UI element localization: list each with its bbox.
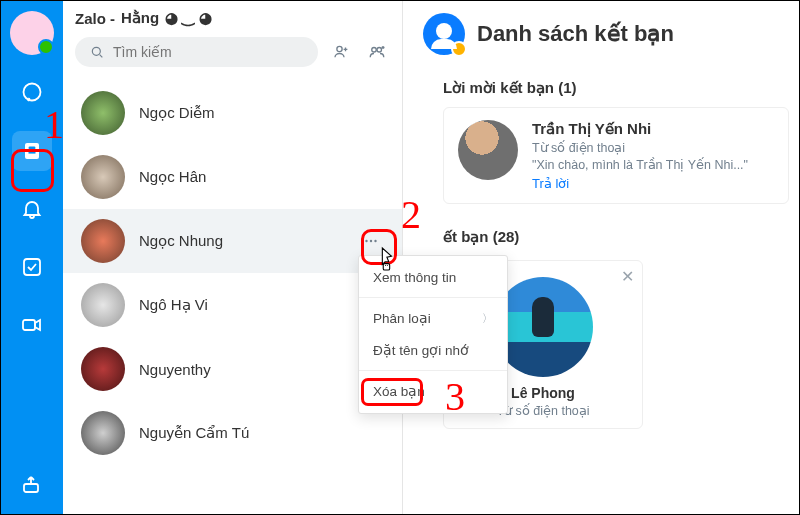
nav-video[interactable] <box>12 305 52 345</box>
add-friend-button[interactable] <box>328 39 354 65</box>
chat-icon <box>20 81 44 105</box>
nav-rail <box>1 1 63 514</box>
request-reply-button[interactable]: Trả lời <box>532 176 748 191</box>
menu-view-info[interactable]: Xem thông tin <box>359 262 507 293</box>
contact-item[interactable]: Ngọc Nhung <box>63 209 402 273</box>
svg-point-0 <box>24 84 41 101</box>
bell-icon <box>20 197 44 221</box>
users-plus-icon <box>368 43 386 61</box>
contact-item[interactable]: Ngô Hạ Vi <box>63 273 402 337</box>
menu-categorize[interactable]: Phân loại〉 <box>359 302 507 334</box>
nav-share[interactable] <box>12 464 52 504</box>
svg-rect-3 <box>29 152 36 154</box>
friend-requests-section: Lời mời kết bạn (1) Trần Thị Yến Nhi Từ … <box>423 79 789 204</box>
contact-item[interactable]: Nguyenthy <box>63 337 402 401</box>
title-prefix: Zalo - <box>75 10 115 27</box>
nav-todo[interactable] <box>12 247 52 287</box>
search-input[interactable] <box>113 44 304 60</box>
svg-point-8 <box>337 46 342 51</box>
contact-avatar <box>81 155 125 199</box>
svg-point-11 <box>365 240 367 242</box>
contact-more-button[interactable] <box>358 228 384 254</box>
request-source: Từ số điện thoại <box>532 140 748 155</box>
contact-avatar <box>81 347 125 391</box>
menu-separator <box>359 297 507 298</box>
my-avatar[interactable] <box>10 11 54 55</box>
contact-avatar <box>81 91 125 135</box>
svg-point-7 <box>92 47 100 55</box>
menu-remove-friend[interactable]: Xóa bạn <box>359 375 507 407</box>
request-avatar <box>458 120 518 180</box>
title-name: Hằng <box>121 9 159 27</box>
dots-icon <box>362 232 380 250</box>
requests-count: 1 <box>563 79 571 96</box>
verified-badge-icon <box>451 41 467 57</box>
svg-rect-6 <box>24 484 38 492</box>
user-plus-icon <box>332 43 350 61</box>
contact-item[interactable]: Nguyễn Cẩm Tú <box>63 401 402 465</box>
contact-name: Ngọc Hân <box>139 168 206 186</box>
nav-messages[interactable] <box>12 73 52 113</box>
friends-count: 28 <box>498 228 515 245</box>
contact-name: Nguyễn Cẩm Tú <box>139 424 249 442</box>
svg-point-13 <box>374 240 376 242</box>
contact-column: Zalo - Hằng ◕ ‿ ◕ Ngọc Diễm Ngọc Hân <box>63 1 403 514</box>
context-menu: Xem thông tin Phân loại〉 Đặt tên gợi nhớ… <box>358 255 508 414</box>
contact-item[interactable]: Ngọc Diễm <box>63 81 402 145</box>
search-icon <box>89 43 105 61</box>
contact-name: Ngô Hạ Vi <box>139 296 208 314</box>
contact-avatar <box>81 283 125 327</box>
contact-list: Ngọc Diễm Ngọc Hân Ngọc Nhung Ngô Hạ Vi … <box>63 75 402 514</box>
right-header: Danh sách kết bạn <box>423 13 789 55</box>
friends-section: ết bạn (28) <box>423 228 789 246</box>
menu-set-nickname[interactable]: Đặt tên gợi nhớ <box>359 334 507 366</box>
friend-list-icon <box>423 13 465 55</box>
search-input-wrap[interactable] <box>75 37 318 67</box>
create-group-button[interactable] <box>364 39 390 65</box>
title-emoji: ◕ ‿ ◕ <box>165 9 211 27</box>
right-title: Danh sách kết bạn <box>477 21 674 47</box>
svg-point-10 <box>377 48 382 53</box>
friend-request-card[interactable]: Trần Thị Yến Nhi Từ số điện thoại "Xin c… <box>443 107 789 204</box>
friends-title: ết bạn (28) <box>443 228 789 246</box>
svg-rect-2 <box>29 147 36 150</box>
contact-name: Ngọc Nhung <box>139 232 223 250</box>
friend-avatar <box>493 277 593 377</box>
svg-rect-1 <box>25 143 39 159</box>
request-message: "Xin chào, mình là Trần Thị Yến Nhi..." <box>532 157 748 172</box>
contact-item[interactable]: Ngọc Hân <box>63 145 402 209</box>
svg-rect-4 <box>24 259 40 275</box>
nav-notifications[interactable] <box>12 189 52 229</box>
nav-contacts[interactable] <box>12 131 52 171</box>
svg-point-12 <box>370 240 372 242</box>
contact-name: Nguyenthy <box>139 361 211 378</box>
share-icon <box>20 472 44 496</box>
request-name: Trần Thị Yến Nhi <box>532 120 748 138</box>
chevron-right-icon: 〉 <box>482 311 493 326</box>
contacts-icon <box>20 139 44 163</box>
check-square-icon <box>20 255 44 279</box>
contact-name: Ngọc Diễm <box>139 104 215 122</box>
svg-point-9 <box>372 48 377 53</box>
contact-avatar <box>81 411 125 455</box>
contact-avatar <box>81 219 125 263</box>
window-title: Zalo - Hằng ◕ ‿ ◕ <box>63 1 402 29</box>
requests-title: Lời mời kết bạn (1) <box>443 79 789 97</box>
menu-separator <box>359 370 507 371</box>
video-icon <box>20 313 44 337</box>
friend-card-close[interactable]: ✕ <box>621 267 634 286</box>
svg-rect-5 <box>23 320 35 330</box>
